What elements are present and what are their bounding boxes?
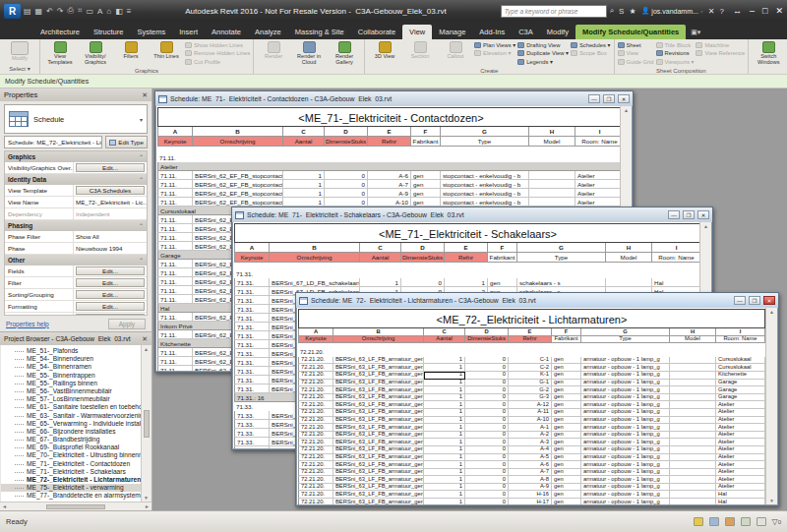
column-letter[interactable]: B (333, 328, 424, 336)
measure-icon[interactable]: ⌗ (78, 6, 83, 16)
favorites-star-icon[interactable]: ★ (629, 7, 636, 16)
signin-user[interactable]: 👤 jos.vandamm...▾ (641, 7, 703, 15)
close-button[interactable]: ✕ (775, 6, 783, 16)
table-cell[interactable] (670, 357, 716, 365)
property-value[interactable]: Independent (74, 208, 147, 219)
table-cell[interactable]: armatuur - opbouw - 1 lamp_g (581, 372, 670, 380)
table-cell[interactable]: Atelier (575, 171, 620, 180)
table-cell[interactable]: BERSni_62_EF_FB_stopcontact_gen (193, 189, 283, 198)
ribbon-button-filters[interactable]: Filters (114, 40, 148, 60)
table-cell[interactable]: gen (552, 372, 581, 380)
table-cell[interactable]: armatuur - opbouw - 1 lamp_g (581, 469, 670, 477)
table-cell[interactable]: gen (552, 417, 581, 425)
table-cell[interactable]: 1 (424, 424, 465, 432)
table-cell[interactable]: 71.31. (234, 376, 270, 384)
property-button[interactable]: Edit... (76, 302, 145, 311)
table-cell[interactable] (670, 461, 716, 469)
table-cell[interactable]: Atelier (716, 446, 765, 454)
help-icon[interactable]: ? (720, 7, 724, 16)
sidebar-item-me-75-elektriciteit-verwarming[interactable]: ME_75-_Elektriciteit - verwarming (1, 484, 151, 492)
table-cell[interactable]: gen (411, 189, 441, 198)
table-cell[interactable]: 1 (424, 432, 465, 440)
table-cell[interactable]: gen (552, 499, 581, 504)
table-cell[interactable] (670, 372, 716, 380)
table-cell[interactable]: BERSni_63_LF_FB_armatuur_gen (333, 499, 424, 504)
table-cell[interactable]: G-1 (509, 380, 552, 387)
table-cell[interactable] (529, 189, 575, 198)
column-letter[interactable]: F (488, 243, 517, 253)
column-letter[interactable]: I (716, 328, 765, 336)
column-header-refnr[interactable]: Refnr (368, 137, 411, 147)
table-cell[interactable]: 71.11. (157, 215, 193, 224)
column-letter[interactable]: E (445, 243, 488, 253)
column-header-omschrijving[interactable]: Omschrijving (270, 253, 360, 263)
table-cell[interactable]: 0 (465, 499, 509, 504)
table-cell[interactable]: 71.31. (234, 296, 270, 305)
table-cell[interactable]: 71.31. (234, 305, 270, 314)
table-cell[interactable]: armatuur - opbouw - 1 lamp_g (581, 394, 670, 402)
section-header-graphics[interactable]: Graphics⌃ (5, 151, 147, 162)
table-cell[interactable]: 71.31. (234, 331, 270, 340)
table-cell[interactable]: 1 (424, 386, 465, 394)
table-cell[interactable]: BERSni_63_LF_FB_armatuur_gen (333, 417, 424, 425)
column-header-fabrikant[interactable]: Fabrikant (411, 137, 441, 147)
table-cell[interactable]: 0 (401, 278, 445, 287)
table-cell[interactable]: gen (552, 386, 581, 394)
table-cell[interactable]: BERSni_63_LF_FB_armatuur_gen (333, 424, 424, 432)
table-cell[interactable] (670, 454, 716, 462)
table-cell[interactable]: A-11 (509, 409, 552, 417)
table-cell[interactable]: armatuur - opbouw - 1 lamp_g (581, 417, 670, 425)
property-button[interactable]: Edit... (76, 266, 145, 275)
column-letter[interactable]: E (368, 127, 411, 137)
ribbon-button-view-reference[interactable]: View Reference (696, 50, 745, 58)
table-cell[interactable]: A-8 (509, 476, 552, 484)
column-letter[interactable]: D (325, 127, 368, 137)
column-header-room-name[interactable]: Room: Name (716, 336, 765, 344)
table-cell[interactable] (670, 476, 716, 484)
table-cell[interactable]: 1 (424, 439, 465, 446)
browser-vertical-scrollbar[interactable]: ▲ ▼ (141, 345, 151, 502)
table-cell[interactable]: 71.31. (234, 358, 270, 367)
table-cell[interactable]: Atelier (716, 484, 765, 492)
table-cell[interactable]: Atelier (575, 198, 620, 207)
table-cell[interactable]: 0 (325, 189, 368, 198)
table-cell[interactable]: A-1 (509, 424, 552, 432)
table-cell[interactable]: 0 (465, 394, 509, 402)
table-cell[interactable] (670, 409, 716, 417)
table-cell[interactable]: A-10 (368, 198, 411, 207)
table-cell[interactable]: 0 (465, 446, 509, 454)
schedule-window-2[interactable]: Schedule: ME_72-_Elektriciteit - Lichtar… (295, 292, 779, 506)
column-header-omschrijving[interactable]: Omschrijving (193, 137, 283, 147)
table-cell[interactable]: Atelier (716, 424, 765, 432)
collapse-icon[interactable]: ⌃ (139, 153, 144, 160)
table-cell[interactable]: Garage (716, 394, 765, 402)
tab-architecture[interactable]: Architecture (33, 25, 87, 39)
table-cell[interactable]: 72.21.20. (298, 484, 333, 492)
table-cell[interactable]: K-1 (509, 372, 552, 380)
table-cell[interactable]: BERSni_63_LF_FB_armatuur_gen (333, 461, 424, 469)
table-cell[interactable]: 0 (465, 461, 509, 469)
column-letter[interactable]: H (606, 243, 652, 253)
worksets-icon[interactable] (694, 517, 703, 526)
column-letter[interactable]: B (270, 243, 360, 253)
table-cell[interactable]: 71.11. (157, 286, 193, 295)
table-cell[interactable]: 72.21.20. (298, 491, 333, 499)
sidebar-item-me-67-brandbestrijding[interactable]: ME_67-_Brandbestrijding (1, 436, 151, 443)
tab-modify-schedule-quantities[interactable]: Modify Schedule/Quantities (575, 25, 686, 39)
scroll-up-icon[interactable]: ▲ (703, 223, 708, 229)
column-letter[interactable]: F (411, 127, 441, 137)
table-cell[interactable]: 0 (465, 439, 509, 446)
table-cell[interactable]: 72.21.20. (298, 439, 333, 446)
table-cell[interactable]: 0 (325, 171, 368, 180)
property-button[interactable]: Edit... (76, 163, 145, 172)
ribbon-button-legends-[interactable]: Legends ▾ (517, 58, 569, 66)
ribbon-button-3d-view[interactable]: 3D View (368, 40, 401, 60)
table-cell[interactable]: armatuur - opbouw - 1 lamp_g (581, 409, 670, 417)
table-cell[interactable]: 71.31. (234, 349, 270, 358)
column-header-model[interactable]: Model (606, 253, 652, 263)
table-cell[interactable]: gen (552, 439, 581, 446)
table-cell[interactable]: BERSni_62_EF_FB_stopcontact_gen (193, 180, 283, 189)
table-cell[interactable]: 71.11. (157, 242, 193, 251)
table-cell[interactable]: 72.21.20. (298, 386, 333, 394)
sidebar-item-me-71-elektriciteit-schakelaars[interactable]: ME_71-_Elektriciteit - Schakelaars (1, 468, 151, 476)
